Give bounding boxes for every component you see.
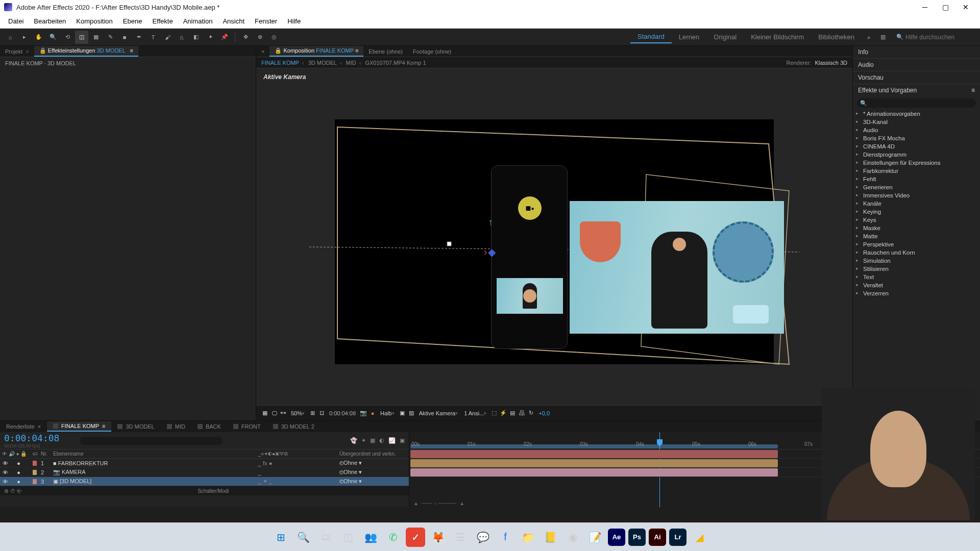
exposure-value[interactable]: +0,0: [538, 410, 550, 416]
renderer-dropdown[interactable]: Klassisch 3D: [815, 60, 847, 66]
type-tool[interactable]: T: [146, 31, 160, 44]
menu-komposition[interactable]: Komposition: [71, 15, 118, 27]
effect-category[interactable]: Audio: [853, 126, 980, 134]
brush-tool[interactable]: 🖌: [161, 31, 174, 44]
crumb-3dmodel[interactable]: 3D MODEL‹: [308, 60, 342, 66]
puppet-tool[interactable]: 📌: [218, 31, 231, 44]
timeline-tab[interactable]: FINALE KOMP ≡: [47, 421, 111, 432]
clone-tool[interactable]: ⎌: [175, 31, 188, 44]
col-parent[interactable]: Übergeordnet und verkn.: [337, 451, 409, 457]
tl-draft3d-icon[interactable]: ▣: [400, 437, 405, 444]
tab-footage[interactable]: Footage (ohne): [408, 47, 456, 56]
reset-exposure-icon[interactable]: ↻: [526, 409, 535, 418]
alpha-icon[interactable]: ▦: [260, 409, 270, 418]
taskbar-notepad[interactable]: 📝: [585, 528, 605, 547]
taskbar-cloud[interactable]: 📒: [541, 528, 560, 547]
layer-bar-3[interactable]: [410, 468, 778, 477]
workspace-standard[interactable]: Standard: [630, 31, 672, 43]
tl-motion-blur-icon[interactable]: ◐: [379, 437, 384, 444]
taskbar-files[interactable]: 📁: [518, 528, 537, 547]
monitor-icon[interactable]: 🖵: [270, 409, 279, 418]
flowchart-icon[interactable]: 品: [517, 409, 526, 418]
effects-search[interactable]: 🔍: [857, 98, 976, 108]
taskbar-teams[interactable]: 👥: [361, 528, 380, 547]
workspace-grid-icon[interactable]: ▥: [876, 31, 890, 44]
guides-icon[interactable]: ⊡: [317, 409, 326, 418]
menu-hilfe[interactable]: Hilfe: [282, 15, 306, 27]
menu-datei[interactable]: Datei: [3, 15, 29, 27]
taskbar-explorer[interactable]: 🗂: [316, 528, 335, 547]
effect-category[interactable]: Immersives Video: [853, 191, 980, 199]
mask-icon[interactable]: 👓: [279, 409, 288, 418]
camera-tool[interactable]: ▦: [89, 31, 103, 44]
selection-tool[interactable]: ▸: [18, 31, 31, 44]
view-dropdown[interactable]: Aktive Kamera: [419, 410, 458, 416]
pen-tool[interactable]: ✒: [132, 31, 145, 44]
effect-category[interactable]: Stilisieren: [853, 265, 980, 273]
workspace-more-icon[interactable]: »: [862, 31, 875, 44]
axis-view-icon[interactable]: ◎: [267, 31, 281, 44]
zoom-dropdown[interactable]: 50%: [291, 410, 305, 416]
timeline-tab[interactable]: 3D MODEL 2: [267, 422, 321, 431]
taskbar-start[interactable]: ⊞: [271, 528, 290, 547]
region-icon[interactable]: ▣: [398, 409, 407, 418]
effect-category[interactable]: Rauschen und Korn: [853, 248, 980, 257]
taskbar-photoshop[interactable]: Ps: [628, 529, 646, 546]
switches-modes-toggle[interactable]: Schalter/Modi: [198, 488, 229, 494]
taskbar-lightroom[interactable]: Lr: [669, 529, 687, 546]
pan-behind-tool[interactable]: ✎: [104, 31, 117, 44]
effect-category[interactable]: Simulation: [853, 257, 980, 265]
snapshot-icon[interactable]: 📷: [359, 409, 368, 418]
grid-icon[interactable]: ⊞: [308, 409, 317, 418]
transparency-icon[interactable]: ▨: [407, 409, 416, 418]
gizmo-y-axis[interactable]: ↑: [488, 216, 493, 228]
shape-tool[interactable]: ■: [118, 31, 131, 44]
channel-icon[interactable]: ●: [368, 409, 377, 418]
menu-fenster[interactable]: Fenster: [250, 15, 282, 27]
effect-category[interactable]: CINEMA 4D: [853, 142, 980, 151]
tl-graph-icon[interactable]: 📈: [388, 437, 396, 444]
minimize-button[interactable]: ─: [915, 0, 935, 14]
taskbar-whatsapp[interactable]: ✆: [383, 528, 403, 547]
toggle-switches-icon[interactable]: ⚙ ⏱ ⎆: [4, 488, 22, 494]
taskbar-app1[interactable]: ☰: [451, 528, 470, 547]
help-search-input[interactable]: [905, 34, 977, 41]
effect-category[interactable]: * Animationsvorgaben: [853, 110, 980, 118]
roto-tool[interactable]: ✦: [204, 31, 217, 44]
effect-category[interactable]: Veraltet: [853, 281, 980, 289]
workspace-bibliotheken[interactable]: Bibliotheken: [811, 31, 862, 43]
menu-ansicht[interactable]: Ansicht: [217, 15, 250, 27]
orbit-tool[interactable]: ⟲: [61, 31, 74, 44]
menu-effekte[interactable]: Effekte: [147, 15, 178, 27]
layer-row[interactable]: 👁● 1 ■ FARBKORREKTUR ⎯ fx ● © Ohne ▾: [0, 459, 409, 468]
zoom-tool[interactable]: 🔍: [46, 31, 60, 44]
gizmo-x-axis[interactable]: ›: [484, 246, 487, 258]
taskbar-firefox[interactable]: 🦊: [428, 528, 448, 547]
tab-effect-controls[interactable]: 🔒 Effekteinstellungen 3D MODEL ≡: [34, 46, 138, 57]
tab-composition[interactable]: 🔒 Komposition FINALE KOMP ≡: [270, 46, 363, 57]
col-layer-name[interactable]: Ebenenname: [51, 451, 256, 457]
menu-animation[interactable]: Animation: [178, 15, 218, 27]
effect-category[interactable]: Keying: [853, 208, 980, 216]
effect-category[interactable]: 3D-Kanal: [853, 118, 980, 126]
resolution-dropdown[interactable]: Halb: [380, 410, 395, 416]
menu-ebene[interactable]: Ebene: [118, 15, 148, 27]
taskbar-app2[interactable]: ◢: [690, 528, 709, 547]
workspace-original[interactable]: Original: [706, 31, 744, 43]
layer-row[interactable]: 👁● 3 ▣ [3D MODEL] ⎯ ✦ ⎯ © Ohne ▾: [0, 477, 409, 486]
viewer-timecode[interactable]: 0:00:04:08: [329, 410, 356, 416]
tl-shy-icon[interactable]: 👻: [350, 437, 357, 444]
menu-bearbeiten[interactable]: Bearbeiten: [29, 15, 71, 27]
crumb-finale[interactable]: FINALE KOMP‹: [261, 60, 304, 66]
layer-row[interactable]: 👁● 2 📷 KAMERA ⎯ © Ohne ▾: [0, 468, 409, 477]
layer-bar-1[interactable]: [410, 450, 778, 458]
effect-category[interactable]: Generieren: [853, 183, 980, 191]
axis-local-icon[interactable]: ✥: [239, 31, 252, 44]
taskbar-taskview[interactable]: ◫: [338, 528, 358, 547]
workspace-kleiner bildschirm[interactable]: Kleiner Bildschirm: [744, 31, 811, 43]
home-tool[interactable]: ⌂: [4, 31, 17, 44]
timeline-icon[interactable]: ▤: [508, 409, 517, 418]
eraser-tool[interactable]: ◧: [189, 31, 203, 44]
workspace-lernen[interactable]: Lernen: [672, 31, 706, 43]
axis-world-icon[interactable]: ⊕: [253, 31, 266, 44]
